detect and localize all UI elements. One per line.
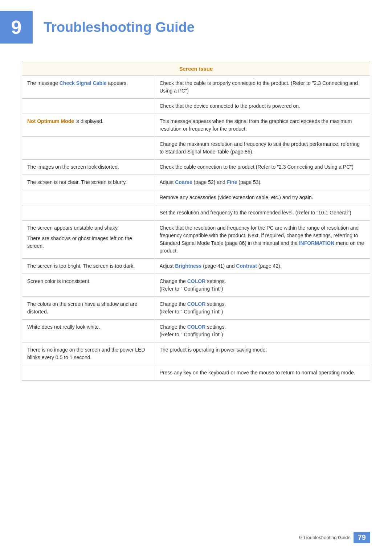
solution-item: Adjust Coarse (page 52) and Fine (page 5…	[159, 178, 365, 186]
main-content: Screen issue The message Check Signal Ca…	[0, 62, 392, 381]
solution-item: Change the COLOR settings.	[159, 278, 365, 285]
solution-item: Check the cable connection to the produc…	[159, 163, 365, 171]
table-row: The screen is too bright. The screen is …	[22, 259, 370, 274]
solution-item: Change the COLOR settings.	[159, 300, 365, 308]
problem-item: The colors on the screen have a shadow a…	[27, 300, 149, 316]
problem-cell: The screen appears unstable and shaky. T…	[22, 221, 154, 259]
problem-cell: White does not really look white.	[22, 320, 154, 342]
keyword-brightness: Brightness	[175, 263, 201, 269]
table-row: The screen is not clear. The screen is b…	[22, 175, 370, 190]
problem-cell: Screen color is inconsistent.	[22, 274, 154, 297]
solution-cell: Change the COLOR settings. (Refer to " C…	[154, 297, 370, 320]
guide-table: Screen issue The message Check Signal Ca…	[22, 62, 370, 381]
keyword-check-signal-cable: Check Signal Cable	[60, 80, 107, 86]
solution-cell: Change the COLOR settings. (Refer to " C…	[154, 320, 370, 342]
solution-item: (Refer to " Configuring Tint")	[159, 308, 365, 316]
problem-cell: The colors on the screen have a shadow a…	[22, 297, 154, 320]
solution-cell: This message appears when the signal fro…	[154, 114, 370, 137]
solution-item: Check that the cable is properly connect…	[159, 79, 365, 95]
solution-item: Set the resolution and frequency to the …	[159, 209, 365, 217]
page-number: 79	[354, 532, 370, 543]
solution-item: (Refer to " Configuring Tint")	[159, 331, 365, 338]
keyword-contrast: Contrast	[236, 263, 257, 269]
solution-item: This message appears when the signal fro…	[159, 118, 365, 133]
problem-cell-empty	[22, 205, 154, 221]
table-row: Change the maximum resolution and freque…	[22, 137, 370, 160]
table-section-header: Screen issue	[22, 62, 370, 76]
solution-cell: Change the maximum resolution and freque…	[154, 137, 370, 160]
solution-cell: The product is operating in power-saving…	[154, 342, 370, 365]
solution-item: Change the maximum resolution and freque…	[159, 140, 365, 156]
solution-cell: Check that the resolution and frequency …	[154, 221, 370, 259]
table-row: Press any key on the keyboard or move th…	[22, 365, 370, 381]
problem-cell: The screen is too bright. The screen is …	[22, 259, 154, 274]
solution-item: Press any key on the keyboard or move th…	[159, 369, 365, 377]
chapter-number: 9	[11, 18, 22, 37]
solution-item: The product is operating in power-saving…	[159, 346, 365, 354]
keyword-not-optimum-mode: Not Optimum Mode	[27, 118, 74, 124]
solution-cell: Change the COLOR settings. (Refer to " C…	[154, 274, 370, 297]
table-row: The colors on the screen have a shadow a…	[22, 297, 370, 320]
table-row: Not Optimum Mode is displayed. This mess…	[22, 114, 370, 137]
problem-item: The screen appears unstable and shaky.	[27, 224, 149, 232]
table-row: There is no image on the screen and the …	[22, 342, 370, 365]
problem-cell: The images on the screen look distorted.	[22, 160, 154, 175]
table-row: White does not really look white. Change…	[22, 320, 370, 342]
problem-cell-empty	[22, 365, 154, 381]
problem-cell-empty	[22, 190, 154, 205]
table-row: Screen color is inconsistent. Change the…	[22, 274, 370, 297]
problem-cell: There is no image on the screen and the …	[22, 342, 154, 365]
problem-cell-empty	[22, 99, 154, 114]
page-header: 9 Troubleshooting Guide	[0, 0, 392, 51]
solution-cell: Set the resolution and frequency to the …	[154, 205, 370, 221]
page-footer: 9 Troubleshooting Guide 79	[299, 532, 370, 543]
table-row: The message Check Signal Cable appears. …	[22, 76, 370, 99]
solution-item: Check that the device connected to the p…	[159, 102, 365, 110]
table-row: The images on the screen look distorted.…	[22, 160, 370, 175]
solution-cell: Press any key on the keyboard or move th…	[154, 365, 370, 381]
solution-item: Remove any accessories (video extension …	[159, 194, 365, 201]
problem-cell-empty	[22, 137, 154, 160]
solution-item: (Refer to " Configuring Tint")	[159, 285, 365, 293]
keyword-color-3: COLOR	[187, 324, 206, 330]
solution-cell: Adjust Brightness (page 41) and Contrast…	[154, 259, 370, 274]
keyword-coarse: Coarse	[175, 179, 192, 185]
keyword-information: INFORMATION	[299, 240, 335, 246]
table-row: Remove any accessories (video extension …	[22, 190, 370, 205]
solution-cell: Check that the cable is properly connect…	[154, 76, 370, 99]
problem-cell: The screen is not clear. The screen is b…	[22, 175, 154, 190]
page-title: Troubleshooting Guide	[44, 20, 195, 35]
keyword-color-2: COLOR	[187, 301, 206, 307]
solution-item: Adjust Brightness (page 41) and Contrast…	[159, 262, 365, 270]
problem-cell: The message Check Signal Cable appears.	[22, 76, 154, 99]
table-row: The screen appears unstable and shaky. T…	[22, 221, 370, 259]
chapter-badge: 9	[0, 11, 33, 44]
solution-item: Check that the resolution and frequency …	[159, 224, 365, 255]
problem-cell: Not Optimum Mode is displayed.	[22, 114, 154, 137]
problem-item: There are shadows or ghost images left o…	[27, 235, 149, 250]
solution-cell: Check that the device connected to the p…	[154, 99, 370, 114]
footer-text: 9 Troubleshooting Guide	[299, 535, 351, 540]
table-row: Check that the device connected to the p…	[22, 99, 370, 114]
solution-item: Change the COLOR settings.	[159, 323, 365, 331]
keyword-color-1: COLOR	[187, 278, 206, 284]
solution-cell: Remove any accessories (video extension …	[154, 190, 370, 205]
keyword-fine: Fine	[227, 179, 237, 185]
table-row: Set the resolution and frequency to the …	[22, 205, 370, 221]
solution-cell: Adjust Coarse (page 52) and Fine (page 5…	[154, 175, 370, 190]
solution-cell: Check the cable connection to the produc…	[154, 160, 370, 175]
